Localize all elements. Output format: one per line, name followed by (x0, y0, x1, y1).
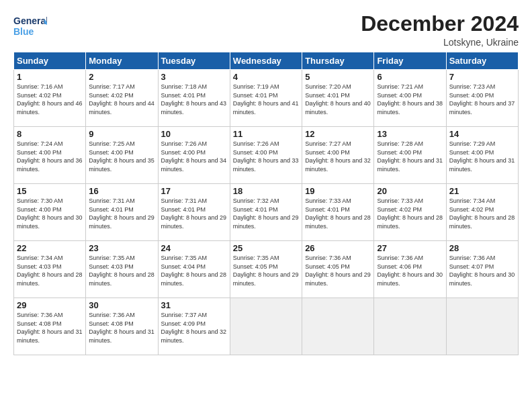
day-info: Sunrise: 7:34 AMSunset: 4:02 PMDaylight:… (449, 197, 515, 230)
day-info: Sunrise: 7:24 AMSunset: 4:00 PMDaylight:… (17, 140, 83, 173)
weekday-header-sunday: Sunday (14, 52, 86, 70)
day-number: 9 (89, 129, 154, 139)
day-cell-15: 15 Sunrise: 7:30 AMSunset: 4:00 PMDaylig… (14, 184, 86, 241)
day-info: Sunrise: 7:35 AMSunset: 4:03 PMDaylight:… (89, 255, 154, 287)
day-number: 21 (449, 186, 515, 196)
day-cell-11: 11 Sunrise: 7:26 AMSunset: 4:00 PMDaylig… (230, 127, 302, 184)
day-number: 8 (17, 129, 83, 139)
day-info: Sunrise: 7:31 AMSunset: 4:01 PMDaylight:… (161, 197, 227, 230)
day-cell-10: 10 Sunrise: 7:26 AMSunset: 4:00 PMDaylig… (158, 127, 230, 184)
day-cell-16: 16 Sunrise: 7:31 AMSunset: 4:01 PMDaylig… (86, 184, 158, 241)
day-number: 11 (233, 129, 299, 139)
day-number: 19 (305, 186, 371, 196)
header: General Blue December 2024 Lotskyne, Ukr… (13, 12, 519, 48)
logo: General Blue (13, 12, 47, 40)
day-number: 31 (161, 300, 227, 310)
day-cell-28: 28 Sunrise: 7:36 AMSunset: 4:07 PMDaylig… (446, 241, 518, 298)
day-info: Sunrise: 7:33 AMSunset: 4:02 PMDaylight:… (377, 197, 443, 230)
day-cell-14: 14 Sunrise: 7:29 AMSunset: 4:00 PMDaylig… (446, 127, 518, 184)
day-cell-6: 6 Sunrise: 7:21 AMSunset: 4:00 PMDayligh… (374, 70, 446, 127)
weekday-header-tuesday: Tuesday (158, 52, 230, 70)
day-number: 2 (89, 72, 154, 82)
title-block: December 2024 Lotskyne, Ukraine (361, 12, 519, 48)
svg-text:General: General (13, 15, 47, 26)
day-info: Sunrise: 7:33 AMSunset: 4:01 PMDaylight:… (305, 197, 371, 230)
day-cell-25: 25 Sunrise: 7:35 AMSunset: 4:05 PMDaylig… (230, 241, 302, 298)
day-number: 24 (161, 243, 227, 253)
day-number: 6 (377, 72, 443, 82)
day-cell-8: 8 Sunrise: 7:24 AMSunset: 4:00 PMDayligh… (14, 127, 86, 184)
day-info: Sunrise: 7:18 AMSunset: 4:01 PMDaylight:… (161, 83, 227, 116)
logo-svg: General Blue (13, 12, 47, 40)
day-number: 4 (233, 72, 299, 82)
day-info: Sunrise: 7:30 AMSunset: 4:00 PMDaylight:… (17, 197, 83, 230)
day-info: Sunrise: 7:34 AMSunset: 4:03 PMDaylight:… (17, 255, 83, 287)
day-number: 7 (449, 72, 515, 82)
day-info: Sunrise: 7:26 AMSunset: 4:00 PMDaylight:… (161, 140, 227, 173)
day-number: 13 (377, 129, 443, 139)
day-number: 22 (17, 243, 83, 253)
day-info: Sunrise: 7:31 AMSunset: 4:01 PMDaylight:… (89, 197, 154, 230)
week-row-4: 22 Sunrise: 7:34 AMSunset: 4:03 PMDaylig… (14, 241, 519, 298)
empty-cell (230, 298, 302, 355)
day-number: 20 (377, 186, 443, 196)
day-info: Sunrise: 7:20 AMSunset: 4:01 PMDaylight:… (305, 83, 371, 116)
calendar-page: General Blue December 2024 Lotskyne, Ukr… (0, 0, 532, 411)
day-cell-31: 31 Sunrise: 7:37 AMSunset: 4:09 PMDaylig… (158, 298, 230, 355)
weekday-header-wednesday: Wednesday (230, 52, 302, 70)
day-number: 23 (89, 243, 154, 253)
day-info: Sunrise: 7:28 AMSunset: 4:00 PMDaylight:… (377, 140, 443, 173)
day-info: Sunrise: 7:21 AMSunset: 4:00 PMDaylight:… (377, 83, 443, 116)
empty-cell (374, 298, 446, 355)
day-cell-2: 2 Sunrise: 7:17 AMSunset: 4:02 PMDayligh… (86, 70, 158, 127)
day-info: Sunrise: 7:25 AMSunset: 4:00 PMDaylight:… (89, 140, 154, 173)
day-cell-12: 12 Sunrise: 7:27 AMSunset: 4:00 PMDaylig… (302, 127, 374, 184)
day-number: 16 (89, 186, 154, 196)
day-cell-23: 23 Sunrise: 7:35 AMSunset: 4:03 PMDaylig… (86, 241, 158, 298)
week-row-2: 8 Sunrise: 7:24 AMSunset: 4:00 PMDayligh… (14, 127, 519, 184)
day-cell-29: 29 Sunrise: 7:36 AMSunset: 4:08 PMDaylig… (14, 298, 86, 355)
day-cell-21: 21 Sunrise: 7:34 AMSunset: 4:02 PMDaylig… (446, 184, 518, 241)
week-row-3: 15 Sunrise: 7:30 AMSunset: 4:00 PMDaylig… (14, 184, 519, 241)
calendar-body: 1 Sunrise: 7:16 AMSunset: 4:02 PMDayligh… (14, 70, 519, 355)
day-info: Sunrise: 7:26 AMSunset: 4:00 PMDaylight:… (233, 140, 299, 173)
day-number: 5 (305, 72, 371, 82)
svg-text:Blue: Blue (13, 26, 34, 37)
day-cell-20: 20 Sunrise: 7:33 AMSunset: 4:02 PMDaylig… (374, 184, 446, 241)
day-cell-7: 7 Sunrise: 7:23 AMSunset: 4:00 PMDayligh… (446, 70, 518, 127)
weekday-header-row: SundayMondayTuesdayWednesdayThursdayFrid… (14, 52, 519, 70)
day-cell-30: 30 Sunrise: 7:36 AMSunset: 4:08 PMDaylig… (86, 298, 158, 355)
month-title: December 2024 (361, 12, 519, 36)
day-cell-1: 1 Sunrise: 7:16 AMSunset: 4:02 PMDayligh… (14, 70, 86, 127)
day-number: 26 (305, 243, 371, 253)
day-cell-5: 5 Sunrise: 7:20 AMSunset: 4:01 PMDayligh… (302, 70, 374, 127)
weekday-header-thursday: Thursday (302, 52, 374, 70)
day-cell-27: 27 Sunrise: 7:36 AMSunset: 4:06 PMDaylig… (374, 241, 446, 298)
day-cell-4: 4 Sunrise: 7:19 AMSunset: 4:01 PMDayligh… (230, 70, 302, 127)
day-number: 25 (233, 243, 299, 253)
day-number: 15 (17, 186, 83, 196)
day-number: 29 (17, 300, 83, 310)
day-number: 3 (161, 72, 227, 82)
empty-cell (446, 298, 518, 355)
day-info: Sunrise: 7:36 AMSunset: 4:07 PMDaylight:… (449, 255, 515, 287)
day-cell-17: 17 Sunrise: 7:31 AMSunset: 4:01 PMDaylig… (158, 184, 230, 241)
day-number: 12 (305, 129, 371, 139)
day-number: 14 (449, 129, 515, 139)
day-info: Sunrise: 7:35 AMSunset: 4:04 PMDaylight:… (161, 255, 227, 287)
week-row-1: 1 Sunrise: 7:16 AMSunset: 4:02 PMDayligh… (14, 70, 519, 127)
day-number: 30 (89, 300, 154, 310)
day-cell-18: 18 Sunrise: 7:32 AMSunset: 4:01 PMDaylig… (230, 184, 302, 241)
day-info: Sunrise: 7:16 AMSunset: 4:02 PMDaylight:… (17, 83, 83, 116)
day-info: Sunrise: 7:32 AMSunset: 4:01 PMDaylight:… (233, 197, 299, 230)
day-cell-26: 26 Sunrise: 7:36 AMSunset: 4:05 PMDaylig… (302, 241, 374, 298)
day-number: 17 (161, 186, 227, 196)
day-info: Sunrise: 7:35 AMSunset: 4:05 PMDaylight:… (233, 255, 299, 287)
day-number: 18 (233, 186, 299, 196)
day-info: Sunrise: 7:36 AMSunset: 4:05 PMDaylight:… (305, 255, 371, 287)
day-info: Sunrise: 7:36 AMSunset: 4:06 PMDaylight:… (377, 255, 443, 287)
day-info: Sunrise: 7:29 AMSunset: 4:00 PMDaylight:… (449, 140, 515, 173)
day-info: Sunrise: 7:37 AMSunset: 4:09 PMDaylight:… (161, 312, 227, 344)
day-info: Sunrise: 7:36 AMSunset: 4:08 PMDaylight:… (17, 312, 83, 344)
day-info: Sunrise: 7:17 AMSunset: 4:02 PMDaylight:… (89, 83, 154, 116)
